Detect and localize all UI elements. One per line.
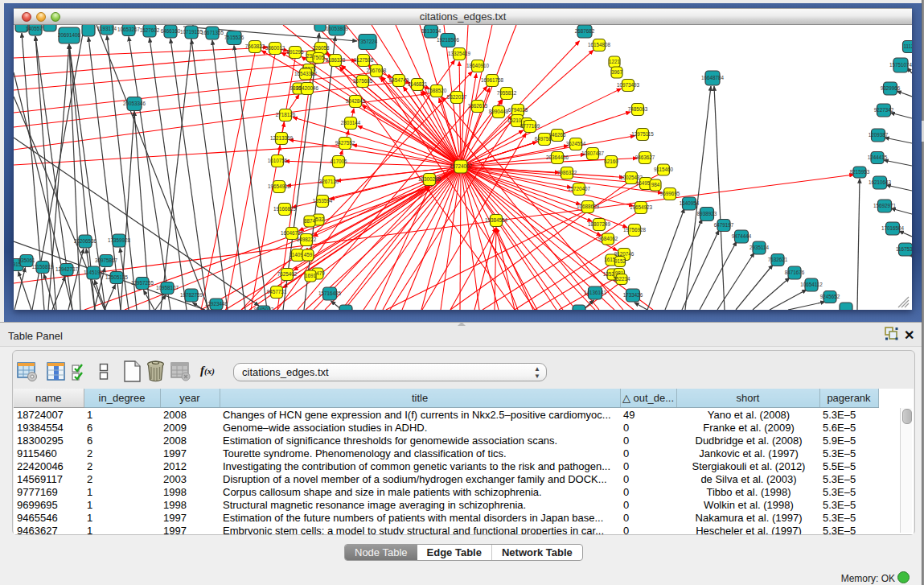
svg-text:9699695: 9699695 — [660, 191, 680, 196]
svg-text:12213369: 12213369 — [270, 135, 294, 141]
svg-text:13325419: 13325419 — [448, 51, 471, 56]
svg-text:9329966: 9329966 — [881, 85, 901, 91]
svg-text:17957255: 17957255 — [131, 280, 154, 286]
svg-text:8454749: 8454749 — [389, 77, 409, 83]
svg-text:6466160: 6466160 — [161, 28, 181, 34]
svg-text:9127508: 9127508 — [354, 57, 374, 63]
svg-text:19654912: 19654912 — [268, 183, 291, 189]
svg-text:226058: 226058 — [312, 45, 330, 51]
svg-text:9152: 9152 — [614, 258, 626, 264]
svg-text:8938923: 8938923 — [697, 211, 717, 216]
svg-text:8874: 8874 — [304, 218, 316, 224]
svg-text:18724007: 18724007 — [450, 163, 473, 169]
svg-text:746266: 746266 — [548, 132, 566, 138]
svg-text:417006: 417006 — [330, 159, 347, 164]
svg-text:30975867: 30975867 — [95, 257, 118, 263]
svg-text:9115460: 9115460 — [654, 167, 674, 172]
svg-text:7986322: 7986322 — [557, 170, 577, 175]
svg-text:16210643: 16210643 — [869, 179, 892, 185]
svg-text:3675685: 3675685 — [353, 78, 373, 84]
svg-text:9777169: 9777169 — [520, 123, 540, 129]
svg-text:7663822: 7663822 — [245, 43, 265, 49]
svg-text:1209387: 1209387 — [869, 132, 889, 138]
svg-text:7515526: 7515526 — [224, 35, 244, 40]
svg-text:12505135: 12505135 — [105, 274, 129, 280]
svg-text:16671355: 16671355 — [201, 30, 224, 35]
svg-text:14136141: 14136141 — [584, 290, 607, 295]
svg-text:20206536: 20206536 — [74, 238, 97, 244]
svg-text:5322037: 5322037 — [447, 94, 467, 100]
svg-text:1640954: 1640954 — [680, 200, 700, 206]
svg-text:2803144: 2803144 — [341, 120, 361, 126]
svg-text:9242845: 9242845 — [346, 98, 366, 104]
svg-text:3624554: 3624554 — [566, 141, 586, 146]
svg-text:935061: 935061 — [18, 257, 35, 263]
svg-text:1244415: 1244415 — [868, 154, 888, 160]
svg-text:3860012: 3860012 — [265, 45, 285, 51]
svg-text:8990448: 8990448 — [489, 109, 509, 114]
svg-text:19166825: 19166825 — [273, 206, 297, 212]
svg-text:16154808: 16154808 — [588, 42, 611, 47]
svg-text:9457731: 9457731 — [267, 289, 287, 295]
svg-text:10688609: 10688609 — [577, 204, 600, 209]
svg-text:12942737: 12942737 — [55, 266, 79, 272]
svg-text:1362615: 1362615 — [468, 103, 488, 109]
svg-text:3967: 3967 — [611, 69, 623, 75]
svg-text:9463627: 9463627 — [635, 154, 655, 160]
svg-text:9474444: 9474444 — [732, 233, 752, 239]
svg-text:17359928: 17359928 — [108, 237, 131, 243]
svg-text:1405571: 1405571 — [26, 26, 46, 31]
svg-text:12975115: 12975115 — [631, 131, 654, 137]
svg-text:2935114: 2935114 — [749, 245, 770, 250]
svg-text:19218506: 19218506 — [437, 37, 460, 43]
svg-text:891295: 891295 — [286, 49, 304, 55]
svg-text:9146821: 9146821 — [408, 81, 428, 87]
svg-text:19756928: 19756928 — [623, 227, 647, 233]
svg-text:1353594: 1353594 — [313, 198, 333, 204]
svg-text:9245012: 9245012 — [254, 307, 274, 310]
svg-text:8471676: 8471676 — [785, 270, 805, 275]
svg-text:1691: 1691 — [305, 273, 317, 278]
svg-text:20053346: 20053346 — [123, 101, 146, 106]
svg-text:10719155: 10719155 — [180, 29, 203, 35]
svg-text:18640910: 18640910 — [466, 63, 490, 68]
svg-text:1221: 1221 — [609, 59, 621, 64]
svg-text:62160: 62160 — [604, 159, 618, 164]
svg-text:19654923: 19654923 — [630, 204, 653, 210]
svg-text:6479197: 6479197 — [714, 222, 734, 228]
svg-text:10807487: 10807487 — [581, 150, 605, 156]
svg-text:7632621: 7632621 — [768, 257, 788, 262]
svg-text:23420046: 23420046 — [296, 85, 319, 91]
svg-text:9427552: 9427552 — [335, 140, 355, 146]
svg-text:12923446: 12923446 — [205, 301, 228, 307]
svg-text:6794028: 6794028 — [508, 107, 528, 113]
svg-text:8186328: 8186328 — [326, 57, 346, 63]
svg-text:3267130: 3267130 — [319, 179, 339, 184]
svg-text:9120746: 9120746 — [614, 251, 634, 257]
svg-text:7625402: 7625402 — [277, 271, 298, 277]
svg-text:16046736: 16046736 — [281, 230, 304, 236]
svg-text:2687682: 2687682 — [575, 28, 595, 34]
svg-text:15720407: 15720407 — [568, 186, 591, 192]
svg-text:1733426: 1733426 — [623, 292, 643, 298]
svg-text:15692971: 15692971 — [873, 203, 897, 208]
svg-text:18300295: 18300295 — [418, 176, 441, 182]
svg-text:252214: 252214 — [613, 276, 630, 282]
svg-text:1167533: 1167533 — [896, 246, 912, 252]
svg-text:2367608: 2367608 — [367, 68, 387, 73]
svg-text:19384554: 19384554 — [485, 217, 508, 223]
svg-text:7955812: 7955812 — [497, 90, 517, 96]
svg-text:11156819: 11156819 — [31, 264, 54, 270]
svg-text:7505: 7505 — [313, 55, 325, 60]
svg-text:2718126: 2718126 — [276, 112, 296, 117]
svg-text:10653267: 10653267 — [117, 27, 141, 32]
svg-text:16782759: 16782759 — [180, 292, 203, 298]
svg-text:16648784: 16648784 — [701, 75, 725, 80]
svg-text:17016504: 17016504 — [881, 225, 905, 231]
svg-text:9227342: 9227342 — [874, 107, 894, 113]
svg-text:16053809: 16053809 — [326, 26, 349, 31]
svg-text:459: 459 — [304, 252, 313, 257]
svg-text:16543362: 16543362 — [294, 71, 318, 76]
svg-text:9684062: 9684062 — [598, 236, 618, 241]
svg-text:1112: 1112 — [903, 43, 912, 49]
